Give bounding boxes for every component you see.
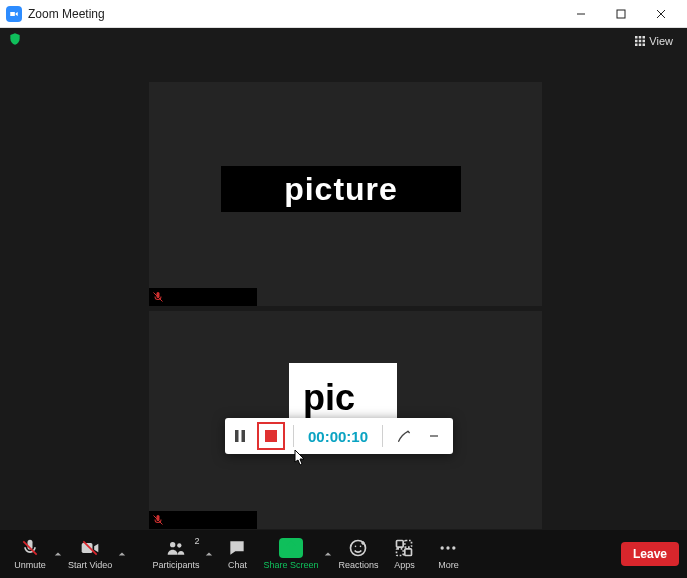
share-screen-icon: [279, 538, 303, 558]
participants-options-chevron[interactable]: [203, 530, 215, 578]
share-screen-button[interactable]: Share Screen: [259, 530, 322, 578]
recording-pause-button[interactable]: [225, 418, 255, 454]
meeting-topbar: View: [0, 28, 687, 54]
audio-options-chevron[interactable]: [52, 530, 64, 578]
svg-rect-11: [639, 44, 642, 47]
svg-rect-15: [235, 430, 239, 442]
svg-point-24: [355, 546, 357, 548]
window-title: Zoom Meeting: [28, 7, 105, 21]
video-stage: picture pic: [0, 54, 687, 530]
svg-rect-30: [397, 549, 404, 556]
participant-name-label: [167, 511, 257, 529]
start-video-button[interactable]: Start Video: [64, 530, 116, 578]
video-tile-1[interactable]: picture: [149, 82, 542, 306]
mic-muted-icon: [149, 288, 167, 306]
more-button[interactable]: More: [426, 530, 470, 578]
zoom-app-icon: [6, 6, 22, 22]
share-screen-label: Share Screen: [263, 560, 318, 570]
apps-button[interactable]: Apps: [382, 530, 426, 578]
svg-rect-6: [643, 36, 646, 39]
view-button[interactable]: View: [629, 33, 679, 49]
recording-toolbar: 00:00:10: [225, 418, 453, 454]
svg-rect-28: [397, 541, 404, 548]
svg-rect-1: [617, 10, 625, 18]
svg-point-22: [177, 543, 181, 547]
recording-stop-button[interactable]: [257, 422, 285, 450]
more-label: More: [438, 560, 459, 570]
svg-rect-4: [635, 36, 638, 39]
window-maximize-button[interactable]: [601, 0, 641, 28]
leave-button[interactable]: Leave: [621, 542, 679, 566]
divider: [293, 425, 294, 447]
share-options-chevron[interactable]: [322, 530, 334, 578]
svg-point-25: [360, 546, 362, 548]
svg-rect-31: [405, 549, 412, 556]
svg-point-21: [170, 542, 175, 547]
participants-count: 2: [194, 536, 199, 546]
recording-minimize-button[interactable]: [419, 418, 449, 454]
chat-label: Chat: [228, 560, 247, 570]
unmute-label: Unmute: [14, 560, 46, 570]
divider: [382, 425, 383, 447]
control-bar: Unmute Start Video 2 Participants Chat S…: [0, 530, 687, 578]
svg-point-34: [453, 546, 456, 549]
unmute-button[interactable]: Unmute: [8, 530, 52, 578]
video-options-chevron[interactable]: [116, 530, 128, 578]
encryption-shield-icon[interactable]: [8, 32, 22, 50]
svg-rect-16: [242, 430, 246, 442]
apps-label: Apps: [394, 560, 415, 570]
reactions-label: Reactions: [338, 560, 378, 570]
mic-muted-icon: [149, 511, 167, 529]
participant-name-label: [167, 288, 257, 306]
svg-rect-5: [639, 36, 642, 39]
svg-rect-10: [635, 44, 638, 47]
window-close-button[interactable]: [641, 0, 681, 28]
annotate-button[interactable]: [389, 418, 419, 454]
view-label: View: [649, 35, 673, 47]
chat-button[interactable]: Chat: [215, 530, 259, 578]
svg-rect-12: [643, 44, 646, 47]
svg-point-33: [447, 546, 450, 549]
tile-1-content: picture: [221, 166, 461, 212]
svg-rect-8: [639, 40, 642, 43]
svg-rect-9: [643, 40, 646, 43]
reactions-button[interactable]: Reactions: [334, 530, 382, 578]
svg-rect-29: [405, 541, 412, 548]
svg-point-32: [441, 546, 444, 549]
recording-timer: 00:00:10: [308, 428, 368, 445]
svg-rect-7: [635, 40, 638, 43]
start-video-label: Start Video: [68, 560, 112, 570]
window-minimize-button[interactable]: [561, 0, 601, 28]
window-titlebar: Zoom Meeting: [0, 0, 687, 28]
participants-button[interactable]: 2 Participants: [148, 530, 203, 578]
stop-icon: [265, 430, 277, 442]
participants-label: Participants: [152, 560, 199, 570]
